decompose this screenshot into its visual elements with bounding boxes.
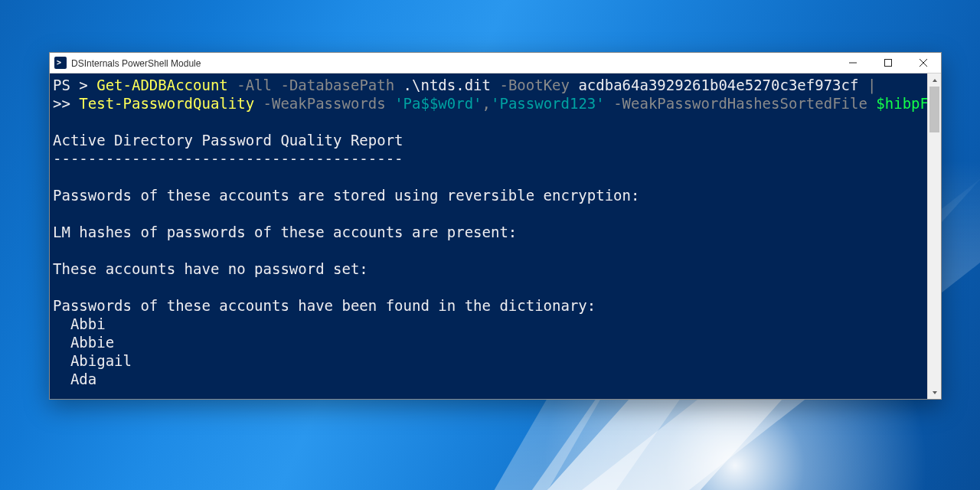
minimize-button[interactable] — [835, 53, 871, 73]
string-literal: 'Pa$$w0rd' — [386, 95, 482, 112]
param-weakpasswords: -WeakPasswords — [254, 95, 386, 112]
cmdlet: Test-PasswordQuality — [79, 95, 254, 112]
account-name: Ada — [53, 371, 96, 387]
arg-bootkey: acdba64a3929261b04e5270c3ef973cf — [570, 77, 867, 93]
report-title: Active Directory Password Quality Report — [53, 132, 403, 149]
scroll-up-button[interactable] — [928, 74, 941, 87]
cmdlet: Get-ADDBAccount — [96, 77, 228, 93]
section-reversible-encryption: Passwords of these accounts are stored u… — [53, 187, 639, 204]
param-bootkey: -BootKey — [491, 77, 570, 93]
continuation-prompt: >> — [53, 95, 79, 112]
window-client-area: PS > Get-ADDBAccount -All -DatabasePath … — [50, 74, 941, 399]
close-button[interactable] — [906, 53, 941, 73]
account-name: Abigail — [53, 352, 132, 369]
param-databasepath: -DatabasePath — [272, 77, 394, 93]
svg-rect-0 — [885, 60, 892, 67]
window-titlebar[interactable]: DSInternals PowerShell Module — [50, 53, 941, 74]
window-title: DSInternals PowerShell Module — [71, 57, 835, 69]
section-dictionary: Passwords of these accounts have been fo… — [53, 297, 596, 314]
powershell-icon — [54, 57, 67, 69]
maximize-button[interactable] — [871, 53, 906, 73]
account-name: Abbi — [53, 315, 106, 332]
section-no-password: These accounts have no password set: — [53, 260, 368, 277]
section-lm-hashes: LM hashes of passwords of these accounts… — [53, 224, 517, 240]
account-name: Abbie — [53, 334, 114, 351]
scroll-down-button[interactable] — [928, 386, 941, 399]
param-weakpasswordhashessortedfile: -WeakPasswordHashesSortedFile — [605, 95, 867, 112]
comma: , — [482, 95, 491, 112]
param-all: -All — [228, 77, 272, 93]
desktop-background: DSInternals PowerShell Module PS > Get-A… — [0, 0, 980, 490]
scrollbar-thumb[interactable] — [929, 87, 939, 132]
console-output[interactable]: PS > Get-ADDBAccount -All -DatabasePath … — [50, 74, 927, 399]
vertical-scrollbar[interactable] — [927, 74, 941, 399]
variable: $hibpFile — [867, 95, 927, 112]
report-rule: ---------------------------------------- — [53, 150, 403, 167]
arg-databasepath: .\ntds.dit — [394, 77, 491, 93]
prompt: PS > — [53, 77, 96, 93]
string-literal: 'Password123' — [491, 95, 605, 112]
pipe-operator: | — [867, 77, 876, 93]
powershell-window: DSInternals PowerShell Module PS > Get-A… — [49, 52, 942, 400]
